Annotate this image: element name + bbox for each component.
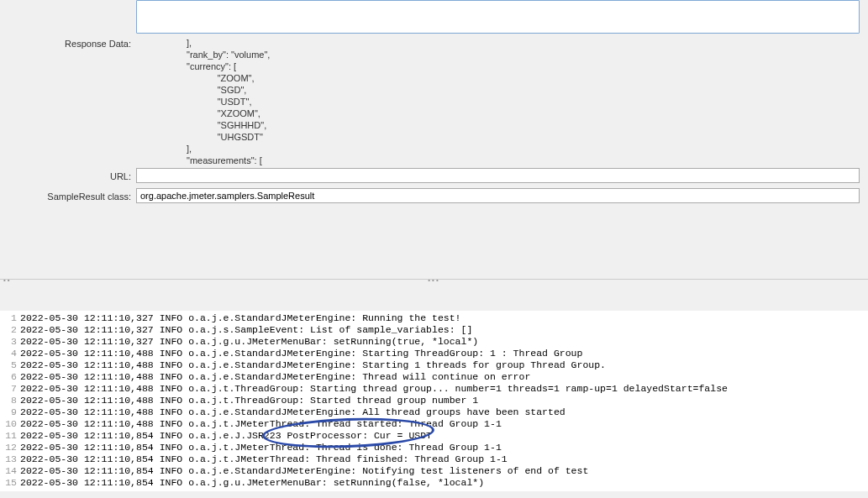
log-line-text: 2022-05-30 12:11:10,488 INFO o.a.j.e.Sta… (20, 359, 868, 371)
sample-result-input[interactable] (136, 188, 860, 203)
response-data-content: ], "rank_by": "volume", "currency": [ "Z… (136, 37, 860, 166)
log-line-number: 12 (2, 442, 17, 453)
log-line-number: 8 (2, 395, 17, 406)
log-line: 112022-05-30 12:11:10,854 INFO o.a.j.e.J… (2, 430, 868, 442)
log-line-text: 2022-05-30 12:11:10,854 INFO o.a.j.e.J.J… (20, 430, 868, 442)
log-line-text: 2022-05-30 12:11:10,327 INFO o.a.j.g.u.J… (20, 336, 868, 348)
log-line-number: 4 (2, 348, 17, 359)
log-line: 102022-05-30 12:11:10,488 INFO o.a.j.t.J… (2, 418, 868, 430)
log-line: 82022-05-30 12:11:10,488 INFO o.a.j.t.Th… (2, 395, 868, 406)
log-line: 32022-05-30 12:11:10,327 INFO o.a.j.g.u.… (2, 336, 868, 348)
log-line-text: 2022-05-30 12:11:10,488 INFO o.a.j.t.JMe… (20, 418, 868, 430)
log-line-number: 1 (2, 312, 17, 324)
sample-result-label: SampleResult class: (0, 190, 136, 202)
log-line-number: 2 (2, 324, 17, 336)
divider-dots-left-icon: •• (3, 276, 12, 284)
log-line: 42022-05-30 12:11:10,488 INFO o.a.j.e.St… (2, 348, 868, 359)
log-line-number: 11 (2, 430, 17, 442)
log-line: 122022-05-30 12:11:10,854 INFO o.a.j.t.J… (2, 442, 868, 453)
divider-dots-icon: ••• (428, 276, 439, 284)
log-line-text: 2022-05-30 12:11:10,327 INFO o.a.j.e.Sta… (20, 312, 868, 324)
response-data-label: Response Data: (0, 37, 136, 49)
log-line: 22022-05-30 12:11:10,327 INFO o.a.j.s.Sa… (2, 324, 868, 336)
log-line-number: 3 (2, 336, 17, 348)
url-label: URL: (0, 170, 136, 181)
log-line-number: 15 (2, 477, 17, 489)
log-line: 152022-05-30 12:11:10,854 INFO o.a.j.g.u… (2, 477, 868, 489)
log-line: 62022-05-30 12:11:10,488 INFO o.a.j.e.St… (2, 371, 868, 383)
log-line-text: 2022-05-30 12:11:10,854 INFO o.a.j.t.JMe… (20, 453, 868, 465)
log-line-text: 2022-05-30 12:11:10,854 INFO o.a.j.t.JMe… (20, 442, 868, 453)
log-line: 12022-05-30 12:11:10,327 INFO o.a.j.e.St… (2, 312, 868, 324)
log-line-number: 9 (2, 406, 17, 418)
log-line-number: 6 (2, 371, 17, 383)
panel-divider[interactable]: •• ••• (0, 279, 868, 286)
log-line: 92022-05-30 12:11:10,488 INFO o.a.j.e.St… (2, 406, 868, 418)
log-line-text: 2022-05-30 12:11:10,327 INFO o.a.j.s.Sam… (20, 324, 868, 336)
log-line-text: 2022-05-30 12:11:10,488 INFO o.a.j.t.Thr… (20, 383, 868, 395)
log-line: 52022-05-30 12:11:10,488 INFO o.a.j.e.St… (2, 359, 868, 371)
url-input[interactable] (136, 168, 860, 183)
log-line-number: 13 (2, 453, 17, 465)
log-line-text: 2022-05-30 12:11:10,488 INFO o.a.j.t.Thr… (20, 395, 868, 406)
log-line-text: 2022-05-30 12:11:10,488 INFO o.a.j.e.Sta… (20, 348, 868, 359)
log-line-text: 2022-05-30 12:11:10,488 INFO o.a.j.e.Sta… (20, 406, 868, 418)
log-line-number: 14 (2, 465, 17, 477)
log-panel[interactable]: 12022-05-30 12:11:10,327 INFO o.a.j.e.St… (0, 311, 868, 491)
log-line-text: 2022-05-30 12:11:10,488 INFO o.a.j.e.Sta… (20, 371, 868, 383)
log-line: 142022-05-30 12:11:10,854 INFO o.a.j.e.S… (2, 465, 868, 477)
log-line: 132022-05-30 12:11:10,854 INFO o.a.j.t.J… (2, 453, 868, 465)
log-line-number: 7 (2, 383, 17, 395)
top-panel: Response Data: ], "rank_by": "volume", "… (0, 0, 868, 311)
log-line-number: 10 (2, 418, 17, 430)
log-line-text: 2022-05-30 12:11:10,854 INFO o.a.j.g.u.J… (20, 477, 868, 489)
log-line-text: 2022-05-30 12:11:10,854 INFO o.a.j.e.Sta… (20, 465, 868, 477)
log-line: 72022-05-30 12:11:10,488 INFO o.a.j.t.Th… (2, 383, 868, 395)
json-preview-box[interactable] (136, 0, 860, 34)
log-line-number: 5 (2, 359, 17, 371)
